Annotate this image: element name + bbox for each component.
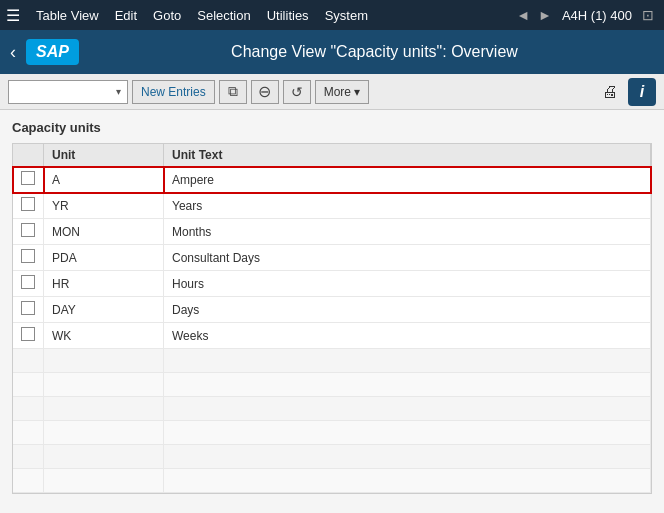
menu-item-tableview[interactable]: Table View (28, 0, 107, 30)
sap-logo: SAP (26, 39, 79, 65)
table-row[interactable]: YRYears (13, 193, 651, 219)
capacity-units-table: Unit Unit Text AAmpereYRYearsMONMonthsPD… (13, 144, 651, 493)
checkbox[interactable] (21, 223, 35, 237)
menu-item-selection[interactable]: Selection (189, 0, 258, 30)
row-checkbox-cell (13, 167, 44, 193)
checkbox-column-header (13, 144, 44, 167)
hamburger-menu[interactable]: ☰ (6, 6, 20, 25)
menu-item-edit[interactable]: Edit (107, 0, 145, 30)
unit-text-cell: Days (164, 297, 651, 323)
row-checkbox-cell (13, 245, 44, 271)
checkbox[interactable] (21, 171, 35, 185)
chevron-down-icon: ▾ (354, 85, 360, 99)
print-icon: 🖨 (602, 83, 618, 101)
nav-right-icon[interactable]: ► (534, 7, 556, 23)
row-checkbox-cell (13, 193, 44, 219)
copy-icon: ⧉ (228, 83, 238, 100)
menu-item-utilities[interactable]: Utilities (259, 0, 317, 30)
row-checkbox-cell (13, 323, 44, 349)
menu-bar: ☰ Table View Edit Goto Selection Utiliti… (0, 0, 664, 30)
unit-cell: YR (44, 193, 164, 219)
toolbar: ▾ New Entries ⧉ ⊖ ↺ More ▾ 🖨 i (0, 74, 664, 110)
table-row[interactable]: HRHours (13, 271, 651, 297)
checkbox[interactable] (21, 301, 35, 315)
more-button[interactable]: More ▾ (315, 80, 369, 104)
delete-button[interactable]: ⊖ (251, 80, 279, 104)
checkbox[interactable] (21, 197, 35, 211)
select-dropdown[interactable]: ▾ (8, 80, 128, 104)
checkbox[interactable] (21, 249, 35, 263)
nav-left-icon[interactable]: ◄ (512, 7, 534, 23)
table-row[interactable]: MONMonths (13, 219, 651, 245)
table-row[interactable]: PDAConsultant Days (13, 245, 651, 271)
unit-text-cell: Weeks (164, 323, 651, 349)
menu-item-goto[interactable]: Goto (145, 0, 189, 30)
back-button[interactable]: ‹ (10, 42, 16, 63)
table-row[interactable]: AAmpere (13, 167, 651, 193)
unit-cell: PDA (44, 245, 164, 271)
copy-button[interactable]: ⧉ (219, 80, 247, 104)
help-icon: i (640, 83, 644, 101)
unit-text-cell: Years (164, 193, 651, 219)
unit-cell: DAY (44, 297, 164, 323)
unit-column-header: Unit (44, 144, 164, 167)
new-entries-button[interactable]: New Entries (132, 80, 215, 104)
unit-text-cell: Consultant Days (164, 245, 651, 271)
page-title: Change View "Capacity units": Overview (95, 43, 654, 61)
unit-cell: HR (44, 271, 164, 297)
row-checkbox-cell (13, 219, 44, 245)
help-button[interactable]: i (628, 78, 656, 106)
empty-row (13, 421, 651, 445)
refresh-button[interactable]: ↺ (283, 80, 311, 104)
row-checkbox-cell (13, 271, 44, 297)
toolbar-right-icons: 🖨 i (596, 78, 656, 106)
checkbox[interactable] (21, 327, 35, 341)
table-row[interactable]: WKWeeks (13, 323, 651, 349)
table-row[interactable]: DAYDays (13, 297, 651, 323)
maximize-icon[interactable]: ⊡ (638, 7, 658, 23)
unit-cell: WK (44, 323, 164, 349)
print-button[interactable]: 🖨 (596, 80, 624, 104)
row-checkbox-cell (13, 297, 44, 323)
delete-icon: ⊖ (258, 82, 271, 101)
empty-row (13, 397, 651, 421)
refresh-icon: ↺ (291, 84, 303, 100)
unit-text-cell: Ampere (164, 167, 651, 193)
title-bar: ‹ SAP Change View "Capacity units": Over… (0, 30, 664, 74)
section-title: Capacity units (12, 120, 652, 135)
system-id: A4H (1) 400 (556, 8, 638, 23)
unit-text-cell: Hours (164, 271, 651, 297)
checkbox[interactable] (21, 275, 35, 289)
content-area: Capacity units Unit Unit Text AAmpereYRY… (0, 110, 664, 504)
unit-text-column-header: Unit Text (164, 144, 651, 167)
unit-cell: MON (44, 219, 164, 245)
unit-text-cell: Months (164, 219, 651, 245)
table-header-row: Unit Unit Text (13, 144, 651, 167)
empty-row (13, 445, 651, 469)
unit-cell: A (44, 167, 164, 193)
empty-row (13, 469, 651, 493)
empty-row (13, 373, 651, 397)
chevron-down-icon: ▾ (116, 86, 121, 97)
table-container: Unit Unit Text AAmpereYRYearsMONMonthsPD… (12, 143, 652, 494)
empty-row (13, 349, 651, 373)
menu-item-system[interactable]: System (317, 0, 376, 30)
